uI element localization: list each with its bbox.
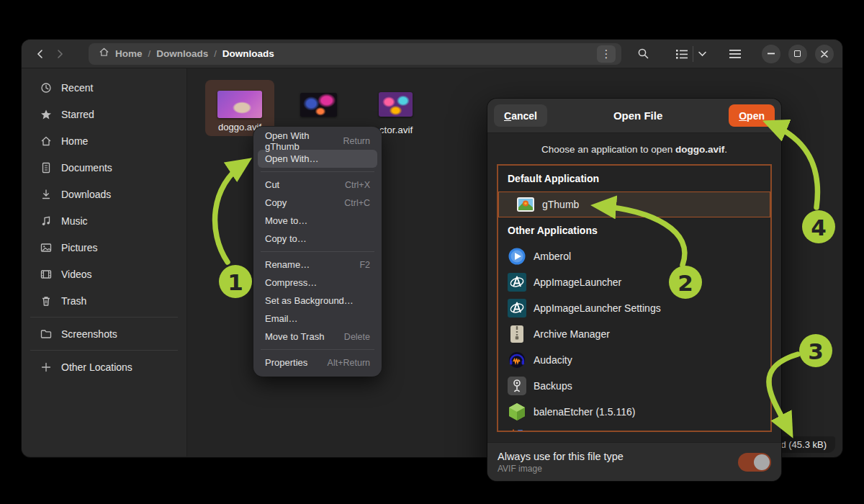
path-menu-kebab-icon[interactable]: ⋮ — [597, 45, 616, 63]
doggo-thumbnail — [217, 91, 262, 118]
breadcrumb-current[interactable]: Downloads — [222, 48, 274, 59]
app-row-appimagelauncher[interactable]: AppImageLauncher — [498, 269, 770, 295]
cancel-button[interactable]: Cancel — [494, 104, 547, 127]
menu-item-move-to-trash[interactable]: Move to Trash Delete — [258, 328, 377, 346]
app-row-amberol[interactable]: Amberol — [498, 243, 770, 269]
menu-item-copy-to[interactable]: Copy to… — [258, 230, 377, 248]
main-menu-hamburger-icon[interactable] — [724, 43, 746, 65]
sidebar-item-music[interactable]: Music — [22, 207, 186, 234]
file-thumbnail-3[interactable] — [379, 92, 413, 117]
menu-item-open-with[interactable]: Open With… — [258, 150, 377, 168]
menu-item-label: Open With… — [265, 153, 318, 164]
appimagelauncher-settings-icon — [508, 299, 526, 318]
menu-separator — [261, 171, 374, 172]
menu-item-label: Copy to… — [265, 233, 307, 244]
app-name-label: Backups — [534, 380, 572, 392]
menu-item-label: Cut — [265, 179, 279, 190]
sidebar-item-label: Videos — [61, 269, 92, 280]
picture-icon — [40, 241, 52, 253]
sidebar-item-screenshots[interactable]: Screenshots — [22, 320, 186, 347]
app-row-appimagelauncher-settings[interactable]: AppImageLauncher Settings — [498, 295, 770, 321]
app-row-archive-manager[interactable]: Archive Manager — [498, 321, 770, 347]
partial-app-icon — [508, 428, 526, 432]
minimize-icon[interactable] — [762, 45, 780, 63]
menu-item-label: Set as Background… — [265, 295, 354, 306]
menu-item-email[interactable]: Email… — [258, 310, 377, 328]
balenaetcher-icon — [508, 402, 526, 421]
menu-item-properties[interactable]: Properties Alt+Return — [258, 354, 377, 372]
menu-separator — [261, 251, 374, 252]
sidebar-item-label: Pictures — [61, 242, 98, 253]
sidebar: Recent Starred Home Documents Downloads … — [22, 68, 187, 456]
audacity-icon — [508, 351, 526, 369]
file-type-label: AVIF image — [498, 464, 624, 474]
app-row-balenaetcher[interactable]: balenaEtcher (1.5.116) — [498, 399, 770, 425]
sidebar-item-label: Documents — [61, 162, 112, 174]
sidebar-item-label: Starred — [61, 109, 94, 120]
toggle-knob — [754, 454, 770, 470]
menu-item-cut[interactable]: Cut Ctrl+X — [258, 176, 377, 194]
breadcrumb-parent[interactable]: Downloads — [156, 48, 208, 59]
appimagelauncher-icon — [508, 273, 526, 292]
sidebar-item-documents[interactable]: Documents — [22, 154, 186, 181]
app-row-gthumb[interactable]: gThumb — [498, 192, 770, 217]
list-view-icon[interactable] — [675, 48, 688, 60]
other-applications-header: Other Applications — [498, 217, 770, 243]
sidebar-item-pictures[interactable]: Pictures — [22, 234, 186, 261]
menu-item-open-with-gthumb[interactable]: Open With gThumb Return — [258, 132, 377, 150]
music-note-icon — [40, 215, 52, 227]
dialog-header: Cancel Open File Open — [487, 99, 781, 133]
menu-item-label: Move to Trash — [265, 331, 324, 342]
sidebar-item-label: Other Locations — [61, 361, 132, 373]
download-icon — [40, 188, 52, 200]
menu-shortcut: Alt+Return — [328, 358, 370, 368]
breadcrumb-home[interactable]: Home — [115, 48, 143, 59]
always-use-label: Always use for this file type — [498, 451, 624, 462]
sidebar-item-label: Screenshots — [61, 328, 117, 340]
sidebar-item-label: Downloads — [61, 189, 111, 200]
view-options-chevron-down-icon[interactable] — [698, 50, 707, 57]
menu-item-label: Copy — [265, 197, 287, 208]
prompt-filename: doggo.avif — [675, 144, 724, 155]
open-button[interactable]: Open — [729, 104, 775, 127]
app-name-label: balenaEtcher (1.5.116) — [534, 406, 635, 418]
sidebar-item-recent[interactable]: Recent — [22, 74, 186, 101]
app-row-audacity[interactable]: Audacity — [498, 347, 770, 373]
menu-item-label: Properties — [265, 357, 307, 368]
sidebar-item-starred[interactable]: Starred — [22, 101, 186, 127]
sidebar-item-label: Music — [61, 215, 88, 227]
sidebar-item-home[interactable]: Home — [22, 127, 186, 154]
app-row-partial[interactable] — [498, 425, 770, 432]
menu-item-compress[interactable]: Compress… — [258, 274, 377, 292]
recent-clock-icon — [40, 81, 52, 94]
open-file-dialog: Cancel Open File Open Choose an applicat… — [487, 99, 781, 481]
menu-shortcut: Delete — [344, 332, 370, 342]
search-icon[interactable] — [633, 43, 654, 65]
dialog-title: Open File — [613, 109, 662, 122]
app-name-label: Audacity — [534, 354, 572, 366]
sidebar-item-videos[interactable]: Videos — [22, 261, 186, 287]
status-bar: d (45.3 kB) — [772, 436, 835, 453]
menu-item-set-as-background[interactable]: Set as Background… — [258, 292, 377, 310]
menu-shortcut: Ctrl+X — [345, 180, 370, 190]
app-name-label: AppImageLauncher Settings — [534, 302, 661, 314]
sidebar-item-other-locations[interactable]: Other Locations — [22, 354, 186, 380]
menu-item-copy[interactable]: Copy Ctrl+C — [258, 194, 377, 212]
sidebar-item-downloads[interactable]: Downloads — [22, 181, 186, 207]
menu-item-move-to[interactable]: Move to… — [258, 212, 377, 230]
forward-icon[interactable] — [50, 44, 71, 64]
close-icon[interactable] — [815, 45, 834, 63]
back-icon[interactable] — [30, 44, 50, 64]
breadcrumb[interactable]: Home / Downloads / Downloads ⋮ — [89, 43, 621, 65]
app-row-backups[interactable]: Backups — [498, 373, 770, 399]
maximize-icon[interactable] — [788, 45, 807, 63]
file-thumbnail-2[interactable] — [300, 93, 337, 117]
sidebar-separator — [30, 350, 178, 351]
always-use-toggle[interactable] — [738, 453, 771, 472]
app-name-label: Amberol — [534, 251, 571, 262]
sidebar-item-trash[interactable]: Trash — [22, 287, 186, 314]
menu-item-rename[interactable]: Rename… F2 — [258, 256, 377, 274]
home-icon — [99, 47, 109, 60]
sidebar-item-label: Trash — [61, 295, 86, 307]
menu-shortcut: Ctrl+C — [344, 198, 370, 208]
